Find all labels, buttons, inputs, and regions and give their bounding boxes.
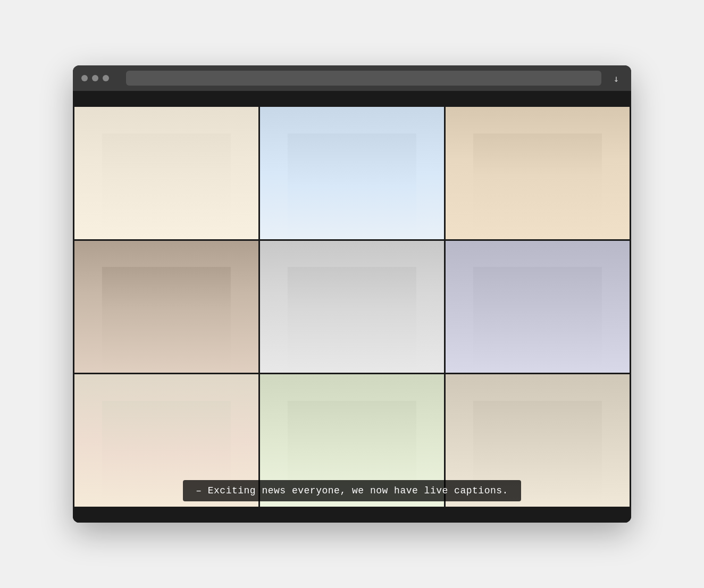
browser-titlebar: ↓ (73, 65, 631, 91)
video-cell-5-active[interactable] (260, 241, 444, 373)
browser-content: – Exciting news everyone, we now have li… (73, 91, 631, 523)
video-cell-1[interactable] (74, 107, 258, 239)
video-cell-6[interactable] (446, 241, 630, 373)
video-cell-3[interactable] (446, 107, 630, 239)
video-cell-4[interactable] (74, 241, 258, 373)
top-bar (73, 91, 631, 107)
close-button[interactable] (81, 75, 88, 81)
caption-bar: – Exciting news everyone, we now have li… (73, 480, 631, 501)
browser-window: ↓ (73, 65, 631, 523)
maximize-button[interactable] (103, 75, 109, 81)
address-bar[interactable] (126, 71, 601, 86)
video-cell-2[interactable] (260, 107, 444, 239)
minimize-button[interactable] (92, 75, 98, 81)
video-grid: – Exciting news everyone, we now have li… (73, 107, 631, 507)
caption-text: – Exciting news everyone, we now have li… (183, 480, 521, 501)
download-icon[interactable]: ↓ (610, 73, 623, 84)
bottom-bar (73, 507, 631, 523)
traffic-lights (81, 75, 109, 81)
